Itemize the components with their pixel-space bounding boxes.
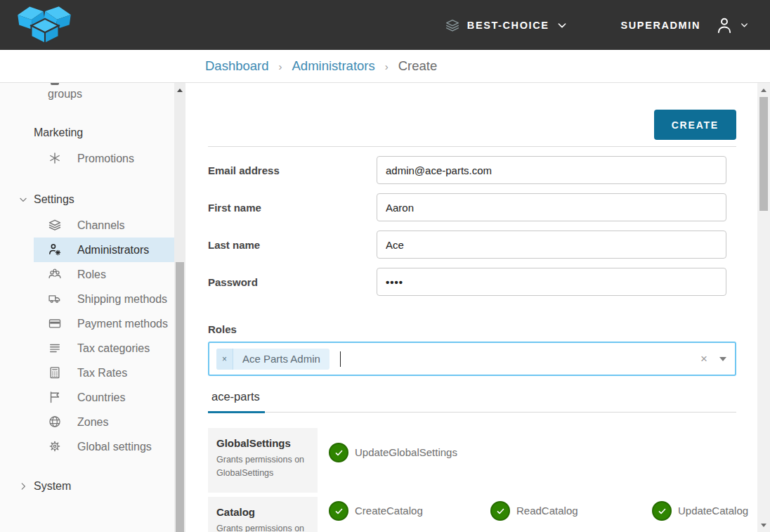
form-row-last-name: Last name bbox=[208, 231, 736, 259]
sidebar-scrollbar[interactable] bbox=[174, 83, 185, 532]
sidebar-item-administrators[interactable]: Administrators bbox=[34, 238, 174, 262]
permission-toggle[interactable]: UpdateCatalog bbox=[652, 501, 757, 532]
sidebar-item-tax-rates[interactable]: Tax Rates bbox=[34, 361, 174, 385]
permission-row-globalsettings: GlobalSettings Grants permissions on Glo… bbox=[208, 428, 736, 493]
channel-tabs: ace-parts bbox=[208, 390, 736, 413]
globe-icon bbox=[48, 415, 62, 429]
password-field[interactable] bbox=[377, 268, 726, 296]
permission-toggle[interactable]: CreateCatalog bbox=[329, 501, 490, 532]
permission-row-catalog: Catalog Grants permissions on Products, … bbox=[208, 497, 736, 532]
sidebar-scrollbar-thumb[interactable] bbox=[176, 262, 184, 532]
divider bbox=[208, 146, 736, 147]
sidebar-item-promotions[interactable]: Promotions bbox=[34, 146, 174, 171]
role-chip: × Ace Parts Admin bbox=[216, 349, 329, 370]
truck-icon bbox=[48, 292, 62, 306]
layers-icon bbox=[48, 218, 62, 232]
form-row-email: Email address bbox=[208, 156, 736, 184]
last-name-field[interactable] bbox=[377, 231, 726, 259]
check-circle-icon bbox=[490, 501, 510, 521]
breadcrumb-current: Create bbox=[398, 58, 438, 74]
check-circle-icon bbox=[329, 501, 348, 521]
users-icon bbox=[48, 267, 62, 281]
vendure-logo-icon[interactable] bbox=[18, 6, 72, 45]
breadcrumb-link-dashboard[interactable]: Dashboard bbox=[205, 58, 269, 74]
list-icon bbox=[48, 341, 62, 355]
channel-switcher[interactable]: BEST-CHOICE bbox=[445, 18, 568, 33]
email-label: Email address bbox=[208, 164, 377, 176]
breadcrumb-link-administrators[interactable]: Administrators bbox=[292, 58, 375, 74]
topbar: BEST-CHOICE SUPERADMIN bbox=[0, 0, 770, 50]
credit-card-icon bbox=[48, 316, 62, 330]
sidebar-item-roles[interactable]: Roles bbox=[34, 262, 174, 287]
user-label: SUPERADMIN bbox=[621, 20, 700, 31]
breadcrumb-separator: › bbox=[279, 60, 282, 72]
flag-icon bbox=[48, 390, 62, 404]
chevron-down-icon[interactable] bbox=[719, 357, 726, 361]
sidebar: groups Marketing Promotions Settings bbox=[0, 83, 185, 532]
create-button[interactable]: CREATE bbox=[654, 110, 736, 140]
roles-label: Roles bbox=[208, 323, 736, 336]
password-label: Password bbox=[208, 276, 377, 288]
permission-toggle[interactable]: UpdateGlobalSettings bbox=[329, 443, 490, 493]
sidebar-section-system[interactable]: System bbox=[34, 478, 174, 495]
asterisk-icon bbox=[48, 151, 62, 165]
page-scrollbar[interactable] bbox=[757, 83, 770, 532]
text-cursor bbox=[340, 351, 341, 367]
permission-group-name: Catalog bbox=[216, 506, 311, 518]
sidebar-item-customer-groups[interactable]: groups bbox=[34, 83, 174, 104]
breadcrumb: Dashboard › Administrators › Create bbox=[0, 50, 770, 83]
roles-block: Roles × Ace Parts Admin × bbox=[208, 323, 736, 376]
chevron-down-icon bbox=[740, 20, 749, 30]
check-circle-icon bbox=[329, 443, 348, 462]
scroll-up-arrow-icon[interactable] bbox=[761, 89, 766, 92]
sidebar-item-shipping-methods[interactable]: Shipping methods bbox=[34, 287, 174, 311]
user-menu[interactable]: SUPERADMIN bbox=[621, 15, 749, 35]
permission-group-name: GlobalSettings bbox=[216, 437, 311, 449]
sidebar-item-payment-methods[interactable]: Payment methods bbox=[34, 311, 174, 336]
channel-label: BEST-CHOICE bbox=[467, 20, 549, 31]
clear-icon[interactable]: × bbox=[700, 353, 707, 365]
form-row-password: Password bbox=[208, 268, 736, 296]
chevron-down-icon bbox=[556, 20, 568, 31]
permission-toggle[interactable]: ReadCatalog bbox=[490, 501, 652, 532]
scroll-down-arrow-icon[interactable] bbox=[761, 524, 766, 527]
tab-ace-parts[interactable]: ace-parts bbox=[208, 390, 265, 413]
permission-toggle-label: UpdateGlobalSettings bbox=[355, 443, 457, 462]
form-row-first-name: First name bbox=[208, 193, 736, 221]
first-name-field[interactable] bbox=[377, 193, 726, 221]
main-content: CREATE Email address First name Last nam… bbox=[185, 83, 757, 532]
permission-toggle-label: UpdateCatalog bbox=[678, 501, 748, 521]
clipped-icon bbox=[51, 83, 59, 85]
permission-toggle-label: ReadCatalog bbox=[516, 501, 578, 521]
permission-group-description: Grants permissions on Products, Facets bbox=[216, 522, 311, 532]
check-circle-icon bbox=[652, 501, 672, 521]
breadcrumb-separator: › bbox=[385, 60, 389, 72]
calculator-icon bbox=[48, 365, 62, 379]
chevron-right-icon bbox=[18, 481, 28, 491]
roles-select[interactable]: × Ace Parts Admin × bbox=[208, 342, 736, 376]
user-gear-icon bbox=[48, 242, 62, 257]
cog-icon bbox=[48, 439, 62, 453]
permission-group-description: Grants permissions on GlobalSettings bbox=[216, 453, 311, 481]
last-name-label: Last name bbox=[208, 239, 377, 251]
permissions-table: GlobalSettings Grants permissions on Glo… bbox=[208, 428, 736, 532]
permission-group-header: GlobalSettings Grants permissions on Glo… bbox=[208, 428, 318, 493]
sidebar-section-settings[interactable]: Settings bbox=[34, 191, 174, 208]
email-field[interactable] bbox=[377, 156, 726, 184]
chevron-down-icon bbox=[18, 195, 28, 205]
chip-remove-icon[interactable]: × bbox=[216, 349, 233, 370]
sidebar-section-marketing[interactable]: Marketing bbox=[34, 124, 174, 141]
role-chip-label: Ace Parts Admin bbox=[233, 349, 329, 370]
permission-group-header: Catalog Grants permissions on Products, … bbox=[208, 497, 318, 532]
sidebar-item-global-settings[interactable]: Global settings bbox=[34, 434, 174, 459]
sidebar-item-channels[interactable]: Channels bbox=[34, 213, 174, 238]
layers-icon bbox=[445, 18, 460, 33]
sidebar-item-tax-categories[interactable]: Tax categories bbox=[34, 336, 174, 361]
sidebar-item-zones[interactable]: Zones bbox=[34, 410, 174, 434]
user-icon bbox=[714, 15, 734, 35]
sidebar-item-countries[interactable]: Countries bbox=[34, 385, 174, 410]
first-name-label: First name bbox=[208, 202, 377, 214]
permission-toggle-label: CreateCatalog bbox=[355, 501, 423, 521]
page-scrollbar-thumb[interactable] bbox=[759, 97, 768, 211]
scroll-up-arrow-icon[interactable] bbox=[177, 89, 183, 92]
